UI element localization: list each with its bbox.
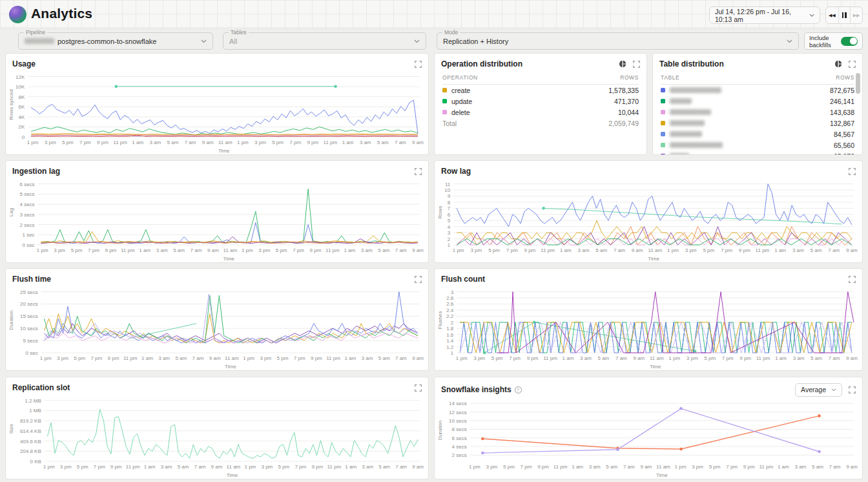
svg-text:3: 3: [451, 289, 454, 295]
svg-text:2K: 2K: [19, 124, 25, 130]
svg-text:3 am: 3 am: [149, 140, 161, 145]
backfills-toggle[interactable]: [841, 37, 858, 46]
analytics-dashboard: Analytics Jul 14, 12:26 pm - Jul 16, 10:…: [0, 0, 868, 482]
table-row: 84,567: [661, 129, 854, 140]
help-icon[interactable]: ?: [515, 386, 522, 393]
svg-text:8: 8: [448, 200, 451, 205]
svg-text:11 pm: 11 pm: [756, 247, 770, 253]
svg-text:1 pm: 1 pm: [40, 355, 52, 361]
expand-icon[interactable]: [849, 386, 856, 393]
include-backfills-control: Include backfills: [804, 32, 863, 50]
chevron-down-icon: [414, 39, 420, 43]
svg-text:9 pm: 9 pm: [537, 464, 549, 470]
flush-count-chart[interactable]: 11.21.41.61.822.22.42.62.831 pm3 pm5 pm7…: [437, 284, 859, 370]
col-rows: ROWS: [836, 74, 854, 81]
redacted-table-name: [670, 153, 689, 154]
svg-text:1 am: 1 am: [139, 247, 150, 253]
svg-text:3 am: 3 am: [794, 464, 806, 470]
svg-text:9 pm: 9 pm: [527, 355, 539, 361]
svg-text:7 am: 7 am: [191, 247, 202, 253]
svg-text:7 am: 7 am: [395, 247, 407, 253]
svg-text:6 secs: 6 secs: [19, 182, 34, 187]
usage-chart[interactable]: 02K4K6K8K10K12K1 pm3 pm5 pm7 pm9 pm11 pm…: [8, 68, 425, 154]
pipeline-value: postgres-common-to-snowflake: [57, 37, 156, 45]
tables-value: All: [229, 37, 237, 45]
svg-text:0: 0: [22, 134, 25, 140]
snowflake-insights-card: Snowflake insights ? Average 2 secs4 sec…: [434, 377, 863, 479]
date-range-button[interactable]: Jul 14, 12:26 pm - Jul 16, 10:13 am: [709, 6, 820, 24]
svg-text:7 pm: 7 pm: [90, 355, 102, 361]
snowflake-insights-chart[interactable]: 2 secs4 secs6 secs8 secs10 secs12 secs14…: [437, 395, 859, 478]
svg-text:3 pm: 3 pm: [470, 247, 482, 253]
svg-text:Flushes: Flushes: [437, 311, 443, 329]
expand-icon[interactable]: [849, 276, 856, 283]
svg-text:5 am: 5 am: [811, 355, 822, 361]
svg-text:11 pm: 11 pm: [324, 140, 338, 145]
pie-chart-toggle-icon[interactable]: [834, 60, 842, 68]
redacted-table-name: [670, 131, 702, 137]
operation-distribution-card: Operation distribution OPERATION ROWS cr…: [434, 53, 647, 155]
svg-text:9 pm: 9 pm: [311, 464, 323, 470]
aggregation-value: Average: [801, 386, 826, 393]
svg-text:7 pm: 7 pm: [289, 140, 301, 145]
svg-text:3 pm: 3 pm: [692, 464, 703, 470]
pipeline-select[interactable]: Pipeline postgres-common-to-snowflake: [18, 32, 213, 50]
rewind-button[interactable]: ◀◀: [826, 7, 838, 23]
scrollbar-thumb[interactable]: [856, 73, 860, 94]
replication-slot-chart[interactable]: 0 KB204.8 KB409.6 KB614.4 KB819.2 KB1 MB…: [8, 392, 425, 478]
forward-icon: ▶▶: [853, 13, 860, 18]
row-lag-chart[interactable]: 12345678910111 pm3 pm5 pm7 pm9 pm11 pm1 …: [437, 176, 859, 262]
svg-text:2.8: 2.8: [446, 295, 454, 301]
expand-icon[interactable]: [415, 384, 422, 392]
svg-text:1: 1: [451, 350, 454, 356]
legend-swatch: [661, 143, 665, 147]
ingestion-lag-chart[interactable]: 0 sec1 sec2 secs3 secs4 secs5 secs6 secs…: [8, 176, 425, 262]
redacted-table-name: [670, 142, 723, 148]
forward-button[interactable]: ▶▶: [850, 7, 862, 23]
total-row: Total 2,059,749: [442, 118, 639, 129]
top-bar: Analytics Jul 14, 12:26 pm - Jul 16, 10:…: [0, 0, 868, 29]
svg-text:3 pm: 3 pm: [486, 464, 497, 470]
expand-icon[interactable]: [415, 61, 422, 68]
svg-text:1 pm: 1 pm: [453, 247, 464, 253]
expand-icon[interactable]: [415, 276, 422, 283]
expand-icon[interactable]: [633, 61, 640, 68]
svg-text:3 pm: 3 pm: [473, 355, 485, 361]
pie-chart-toggle-icon[interactable]: [619, 60, 626, 68]
table-dist-header: TABLE ROWS: [661, 72, 854, 85]
card-title: Replication slot: [12, 378, 70, 392]
mode-select[interactable]: Mode Replication + History: [437, 32, 799, 50]
svg-text:11 am: 11 am: [225, 355, 239, 361]
tables-select[interactable]: Tables All: [223, 32, 426, 50]
flush-time-chart[interactable]: 0 sec5 secs10 secs15 secs20 secs25 secs1…: [8, 284, 425, 370]
svg-text:1 am: 1 am: [344, 355, 356, 361]
card-title: Row lag: [441, 162, 471, 176]
svg-text:7 pm: 7 pm: [726, 464, 738, 470]
svg-text:12 secs: 12 secs: [449, 410, 467, 415]
svg-text:11 pm: 11 pm: [121, 247, 135, 253]
svg-text:7 pm: 7 pm: [294, 464, 306, 470]
svg-text:3 pm: 3 pm: [57, 355, 68, 361]
svg-text:8 secs: 8 secs: [452, 426, 467, 432]
svg-text:819.2 KB: 819.2 KB: [20, 418, 41, 424]
svg-text:11 am: 11 am: [650, 355, 664, 361]
svg-text:11 am: 11 am: [648, 247, 662, 253]
svg-text:1 pm: 1 pm: [237, 140, 249, 145]
include-backfills-label: Include backfills: [809, 34, 841, 48]
svg-text:7 am: 7 am: [828, 247, 840, 253]
expand-icon[interactable]: [415, 168, 422, 175]
svg-text:15 secs: 15 secs: [20, 313, 38, 319]
expand-icon[interactable]: [849, 61, 856, 68]
tables-label: Tables: [229, 29, 249, 36]
aggregation-select[interactable]: Average: [795, 383, 842, 397]
svg-text:7 pm: 7 pm: [293, 247, 304, 253]
svg-text:5 am: 5 am: [378, 247, 389, 253]
expand-icon[interactable]: [849, 168, 856, 175]
svg-text:3 am: 3 am: [362, 355, 373, 361]
chevron-down-icon: [809, 14, 814, 17]
svg-text:7 pm: 7 pm: [294, 355, 305, 361]
svg-text:3 am: 3 am: [361, 247, 373, 253]
svg-text:3 pm: 3 pm: [687, 355, 698, 361]
svg-text:11: 11: [445, 182, 451, 187]
pause-button[interactable]: [838, 7, 851, 23]
